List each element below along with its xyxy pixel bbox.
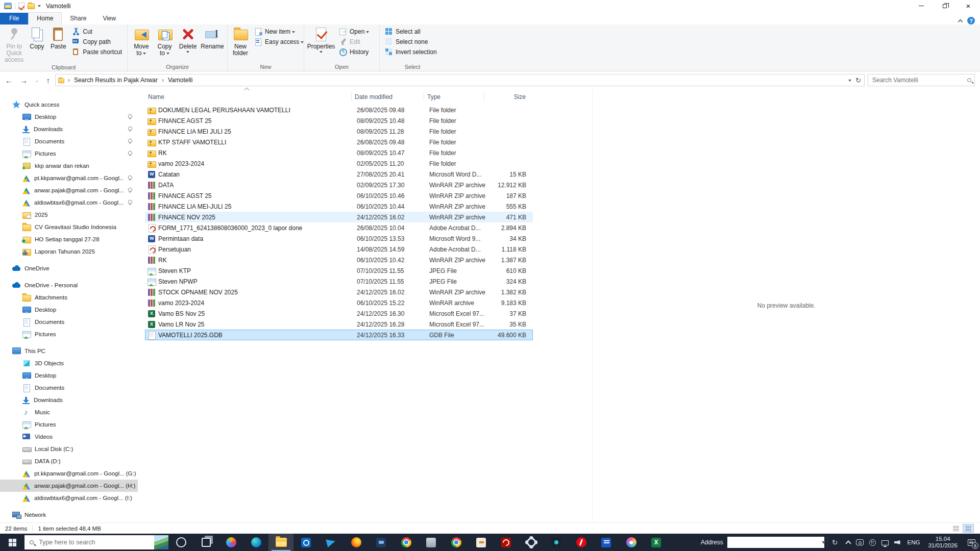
invert-selection-button[interactable]: Invert selection <box>383 47 439 57</box>
ribbon-tab[interactable]: View <box>94 13 124 24</box>
vamo 2023-2024[interactable]: vamo 2023-2024 02/05/2025 11.20 File fol… <box>145 158 533 169</box>
breadcrumb-segment[interactable]: Vamotelli <box>160 75 194 85</box>
search-input[interactable] <box>871 76 967 84</box>
sidebar-item[interactable]: Quick access <box>0 98 138 111</box>
FINANCE AGST 25[interactable]: FINANCE AGST 25 06/10/2025 10.46 WinRAR … <box>145 190 533 201</box>
sidebar-item[interactable]: Downloads <box>0 394 138 406</box>
address-toolbar-input[interactable] <box>727 537 824 548</box>
ribbon-tab[interactable]: Share <box>62 13 94 24</box>
sidebar-item[interactable]: Pictures <box>0 328 138 340</box>
sidebar-item[interactable]: 2025 <box>0 209 138 221</box>
volume-icon[interactable] <box>894 540 900 544</box>
capture-icon[interactable] <box>856 539 864 545</box>
clock[interactable]: 15.04 31/01/2026 <box>923 536 963 549</box>
Vamo BS Nov 25[interactable]: Vamo BS Nov 25 24/12/2025 16.30 Microsof… <box>145 308 533 319</box>
sidebar-item[interactable]: HO Setiap tanggal 27-28 <box>0 233 138 245</box>
recent-locations-chevron-icon[interactable]: ⌄ <box>33 78 41 83</box>
column-header-date-modified[interactable]: Date modified <box>351 92 424 102</box>
column-header-type[interactable]: Type <box>424 92 484 102</box>
excel-icon[interactable] <box>644 534 669 551</box>
sidebar-item[interactable]: kkp anwar dan rekan <box>0 160 138 172</box>
sidebar-item[interactable]: anwar.pajak@gmail.com - Googl... (H:) <box>0 480 138 492</box>
acrobat-icon[interactable] <box>494 534 519 551</box>
forward-button[interactable]: → <box>18 76 30 85</box>
app-icon-blue[interactable] <box>594 534 619 551</box>
up-button[interactable]: ↑ <box>44 76 52 85</box>
start-button[interactable] <box>0 534 24 551</box>
copy-path-button[interactable]: Copy path <box>70 37 124 47</box>
cortana-icon[interactable] <box>168 534 193 551</box>
copy-to-button[interactable]: Copy to <box>153 25 177 63</box>
history-button[interactable]: History <box>337 47 371 57</box>
sidebar-item[interactable]: Pictures <box>0 418 138 431</box>
sidebar-item[interactable]: Music <box>0 406 138 418</box>
select-all-button[interactable]: Select all <box>383 27 439 37</box>
sidebar-item[interactable]: Documents <box>0 382 138 394</box>
back-button[interactable]: ← <box>3 76 15 85</box>
DOKUMEN LEGAL PERUSAHAAN VAMOTELLI[interactable]: DOKUMEN LEGAL PERUSAHAAN VAMOTELLI 26/08… <box>145 105 533 115</box>
file-explorer-icon[interactable] <box>268 534 293 551</box>
collapse-ribbon-icon[interactable] <box>958 19 963 24</box>
hidden-icons-chevron-icon[interactable] <box>845 540 851 546</box>
address-go-icon[interactable]: ↻ <box>827 537 842 548</box>
FINANCE AGST 25[interactable]: FINANCE AGST 25 08/09/2025 10.48 File fo… <box>145 115 533 126</box>
RK[interactable]: RK 08/09/2025 10.47 File folder <box>145 147 533 158</box>
rename-button[interactable]: Rename <box>200 25 225 63</box>
sidebar-item[interactable]: pt.kkpanwar@gmail.com - Googl... (G <box>0 172 138 184</box>
audio-icon[interactable] <box>869 539 876 546</box>
firefox-icon[interactable] <box>344 534 369 551</box>
sidebar-item[interactable]: Local Disk (C:) <box>0 443 138 455</box>
sidebar-item[interactable]: anwar.pajak@gmail.com - Googl... (H <box>0 184 138 196</box>
close-button[interactable]: × <box>957 0 980 12</box>
sidebar-item[interactable]: Desktop <box>0 304 138 316</box>
Persetujuan[interactable]: Persetujuan 14/08/2025 14.59 Adobe Acrob… <box>145 244 533 255</box>
FORM_1771_624138608036000_2023_0 lapor done[interactable]: FORM_1771_624138608036000_2023_0 lapor d… <box>145 222 533 233</box>
easy-access-button[interactable]: Easy access <box>252 37 306 47</box>
chrome-icon-2[interactable] <box>444 534 469 551</box>
sidebar-item[interactable]: OneDrive <box>0 262 138 274</box>
sidebar-item[interactable]: Desktop <box>0 111 138 123</box>
app-icon-colorful[interactable] <box>619 534 644 551</box>
sidebar-item[interactable]: Documents <box>0 316 138 328</box>
app-icon-red[interactable] <box>569 534 594 551</box>
open-button[interactable]: Open <box>337 27 371 37</box>
customize-qat-chevron-icon[interactable] <box>38 5 41 9</box>
column-header-size[interactable]: Size <box>484 92 529 102</box>
new-folder-button[interactable]: New folder <box>230 25 251 63</box>
paste-shortcut-button[interactable]: Paste shortcut <box>70 47 124 57</box>
chrome-icon[interactable] <box>394 534 419 551</box>
FINANCE NOV 2025[interactable]: FINANCE NOV 2025 24/12/2025 16.02 WinRAR… <box>145 212 533 222</box>
mail-icon[interactable] <box>318 534 344 551</box>
KTP STAFF VAMOTELLI[interactable]: KTP STAFF VAMOTELLI 26/08/2025 09.48 Fil… <box>145 137 533 147</box>
sidebar-item[interactable]: DATA (D:) <box>0 455 138 467</box>
task-view-icon[interactable] <box>193 534 218 551</box>
Steven NPWP[interactable]: Steven NPWP 07/10/2025 11.55 JPEG File 3… <box>145 276 533 287</box>
taskbar-search-input[interactable] <box>38 538 150 546</box>
app-icon-gray[interactable] <box>419 534 444 551</box>
minimize-button[interactable] <box>910 0 933 12</box>
sidebar-item[interactable]: Desktop <box>0 369 138 382</box>
network-icon[interactable] <box>881 540 889 545</box>
sidebar-item[interactable]: Network <box>0 509 138 521</box>
Catatan[interactable]: Catatan 27/08/2025 20.41 Microsoft Word … <box>145 169 533 180</box>
language-indicator[interactable]: ENG <box>904 539 923 545</box>
STOCK OPNAME NOV 2025[interactable]: STOCK OPNAME NOV 2025 24/12/2025 16.02 W… <box>145 287 533 297</box>
edit-button[interactable]: Edit <box>337 37 371 47</box>
sidebar-item[interactable]: This PC <box>0 345 138 357</box>
Steven KTP[interactable]: Steven KTP 07/10/2025 11.55 JPEG File 61… <box>145 265 533 276</box>
copilot-icon[interactable] <box>218 534 243 551</box>
notification-center-button[interactable]: 8 <box>963 534 980 551</box>
sidebar-item[interactable]: CV Greavitasi Studio Indonesia <box>0 221 138 233</box>
new-item-button[interactable]: New item <box>252 27 306 37</box>
app-icon-dark-2[interactable] <box>544 534 569 551</box>
taskbar-search-box[interactable] <box>24 535 168 549</box>
new-folder-shortcut-icon[interactable] <box>28 4 35 9</box>
copy-button[interactable]: Copy <box>26 25 47 64</box>
outlook-icon[interactable] <box>293 534 318 551</box>
restore-button[interactable] <box>933 0 957 12</box>
edge-icon[interactable] <box>243 534 268 551</box>
DATA[interactable]: DATA 02/09/2025 17.30 WinRAR ZIP archive… <box>145 180 533 190</box>
sidebar-item[interactable]: Laporan Tahunan 2025 <box>0 245 138 258</box>
address-input[interactable] <box>727 537 822 548</box>
app-icon-dark[interactable] <box>369 534 394 551</box>
